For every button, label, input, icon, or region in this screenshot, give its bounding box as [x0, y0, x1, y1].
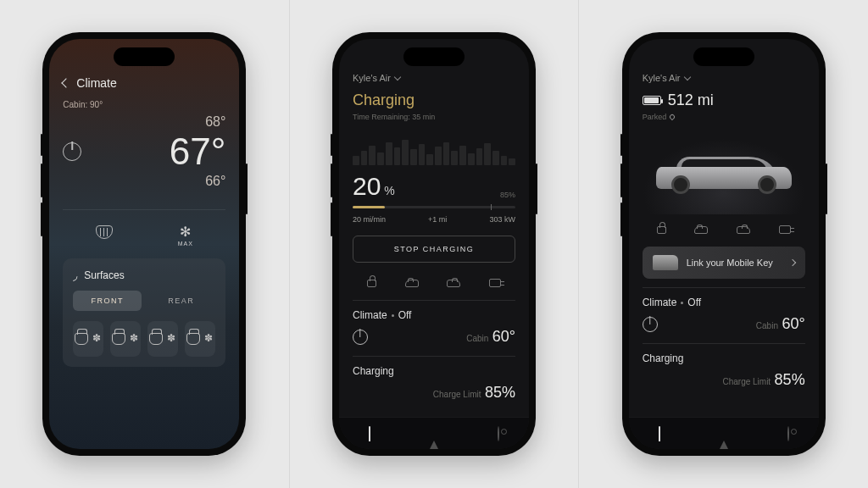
chevron-down-icon: [683, 74, 690, 80]
heat-waves-icon: [93, 335, 102, 343]
screen-title: Climate: [76, 76, 116, 90]
climate-section-title: Climate: [643, 297, 677, 308]
link-mobile-key-card[interactable]: Link your Mobile Key: [643, 247, 805, 279]
front-tab[interactable]: FRONT: [73, 291, 142, 311]
dot-icon: [392, 314, 394, 317]
range-value: 512 mi: [668, 92, 714, 109]
tab-profile[interactable]: [498, 427, 499, 441]
max-label: MAX: [178, 241, 193, 247]
chevron-down-icon: [394, 74, 401, 80]
car-icon: [659, 426, 660, 441]
power-icon[interactable]: [353, 330, 368, 345]
charge-limit-value: 85%: [485, 384, 515, 401]
charge-port-button[interactable]: [779, 223, 791, 236]
temp-setpoint: 67°: [81, 133, 225, 170]
defrost-button[interactable]: [96, 225, 113, 247]
fan-icon: [205, 335, 214, 343]
lock-icon: [367, 280, 376, 287]
vehicle-selector[interactable]: Kyle's Air: [643, 73, 805, 83]
car-thumb-icon: [653, 255, 678, 270]
location-arrow-icon: [430, 427, 438, 449]
home-screen: Kyle's Air 512 mi Parked: [629, 39, 819, 449]
vehicle-name: Kyle's Air: [643, 73, 681, 83]
tab-vehicle[interactable]: [369, 427, 370, 441]
charge-port-icon: [489, 279, 501, 287]
cabin-temp: 60°: [782, 315, 804, 332]
seat-icon: ◞: [73, 269, 77, 282]
climate-section[interactable]: Climate Off Cabin 60°: [353, 300, 515, 356]
phone-2: Kyle's Air Charging Time Remaining: 35 m…: [332, 32, 536, 456]
charging-section-title: Charging: [643, 352, 684, 364]
car-icon: [369, 426, 370, 441]
charging-title: Charging: [353, 92, 515, 109]
tab-bar: [629, 417, 819, 449]
user-icon: [498, 426, 499, 441]
location-arrow-icon: [720, 427, 728, 449]
lock-icon: [657, 226, 666, 234]
charging-section[interactable]: Charging Charge Limit 85%: [643, 343, 805, 399]
lock-button[interactable]: [657, 223, 666, 236]
charge-power: 303 kW: [489, 215, 515, 224]
charge-bar[interactable]: [353, 206, 515, 208]
rear-tab[interactable]: REAR: [147, 291, 215, 311]
climate-screen: Climate Cabin: 90° 68° 67° 66° ✻ MAX ◞ S…: [49, 39, 239, 449]
seat-heat-icon: [75, 333, 88, 345]
dynamic-island: [114, 47, 175, 66]
cabin-temp-label: Cabin: 90°: [63, 100, 225, 109]
front-rear-segment: FRONT REAR: [73, 291, 215, 311]
percent-symbol: %: [384, 184, 394, 197]
seat-heat-right[interactable]: [147, 321, 178, 357]
surfaces-card: ◞ Surfaces FRONT REAR: [63, 258, 225, 367]
tab-navigate[interactable]: [430, 427, 438, 441]
temp-increase[interactable]: 68°: [63, 114, 225, 130]
charging-section[interactable]: Charging Charge Limit 85%: [353, 356, 515, 412]
charge-rate: 20 mi/min: [353, 215, 386, 224]
max-ac-button[interactable]: ✻ MAX: [178, 225, 193, 247]
back-icon[interactable]: [62, 78, 71, 87]
trunk-icon: [447, 280, 460, 287]
chevron-right-icon: [788, 259, 795, 266]
power-icon[interactable]: [643, 317, 658, 332]
trunk-button[interactable]: [737, 223, 750, 236]
charge-limit-marker: 85%: [500, 191, 515, 199]
trunk-button[interactable]: [447, 276, 460, 290]
charge-limit-mark[interactable]: [491, 204, 492, 210]
seat-heat-icon: [149, 333, 163, 345]
user-icon: [787, 426, 789, 441]
charge-gauge: [353, 133, 515, 165]
location-pin-icon[interactable]: [669, 114, 676, 120]
charge-percent: 20: [353, 172, 381, 201]
charge-limit-value: 85%: [775, 371, 805, 388]
snowflake-icon: ✻: [178, 225, 193, 239]
parked-label: Parked: [643, 113, 667, 121]
tab-vehicle[interactable]: [659, 427, 660, 441]
frunk-icon: [405, 280, 419, 287]
charge-limit-label: Charge Limit: [433, 390, 481, 399]
surfaces-title: Surfaces: [84, 269, 124, 281]
seat-vent-right[interactable]: [185, 321, 215, 357]
seat-vent-icon: [186, 333, 200, 345]
vehicle-selector[interactable]: Kyle's Air: [353, 73, 515, 83]
dot-icon: [681, 302, 683, 304]
charge-port-button[interactable]: [489, 276, 501, 290]
charging-screen: Kyle's Air Charging Time Remaining: 35 m…: [339, 39, 529, 449]
tab-bar: [339, 417, 529, 449]
frunk-button[interactable]: [694, 223, 708, 236]
tab-profile[interactable]: [787, 427, 789, 441]
cabin-temp: 60°: [492, 328, 515, 345]
seat-heat-left[interactable]: [73, 321, 103, 357]
climate-state: Off: [687, 297, 701, 308]
seat-vent-icon: [112, 333, 125, 345]
climate-section[interactable]: Climate Off Cabin 60°: [643, 287, 805, 343]
stop-charging-button[interactable]: STOP CHARGING: [353, 236, 515, 263]
seat-vent-left[interactable]: [110, 321, 141, 357]
temp-decrease[interactable]: 66°: [63, 174, 225, 189]
lock-button[interactable]: [367, 276, 376, 290]
power-icon[interactable]: [63, 142, 81, 161]
charge-bar-fill: [353, 206, 385, 208]
charge-port-icon: [779, 225, 791, 234]
frunk-button[interactable]: [405, 276, 419, 290]
tab-navigate[interactable]: [720, 427, 728, 441]
climate-section-title: Climate: [353, 309, 387, 321]
link-key-label: Link your Mobile Key: [687, 258, 773, 268]
